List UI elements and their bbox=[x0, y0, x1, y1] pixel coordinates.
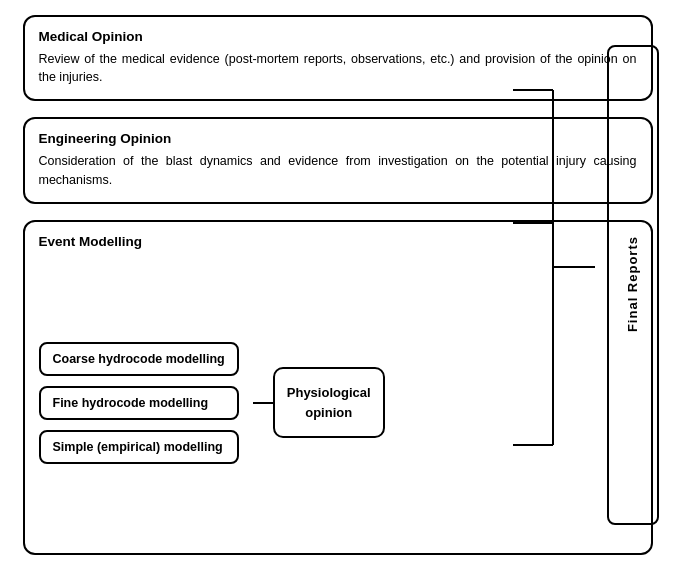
engineering-opinion-text: Consideration of the blast dynamics and … bbox=[39, 152, 637, 190]
sub-boxes: Coarse hydrocode modelling Fine hydrocod… bbox=[39, 342, 239, 464]
sub-box-fine: Fine hydrocode modelling bbox=[39, 386, 239, 420]
medical-opinion-title: Medical Opinion bbox=[39, 29, 637, 44]
medical-opinion-text: Review of the medical evidence (post-mor… bbox=[39, 50, 637, 88]
left-column: Medical Opinion Review of the medical ev… bbox=[23, 15, 663, 555]
diagram-container: Medical Opinion Review of the medical ev… bbox=[23, 15, 663, 555]
engineering-opinion-title: Engineering Opinion bbox=[39, 131, 637, 146]
medical-opinion-box: Medical Opinion Review of the medical ev… bbox=[23, 15, 653, 102]
event-modelling-box: Event Modelling Coarse hydrocode modelli… bbox=[23, 220, 653, 555]
event-modelling-title: Event Modelling bbox=[39, 234, 637, 249]
sub-box-simple: Simple (empirical) modelling bbox=[39, 430, 239, 464]
final-reports-area: Final Reports bbox=[603, 45, 663, 525]
event-inner: Coarse hydrocode modelling Fine hydrocod… bbox=[39, 265, 637, 541]
final-reports-label: Final Reports bbox=[625, 236, 640, 332]
engineering-opinion-box: Engineering Opinion Consideration of the… bbox=[23, 117, 653, 204]
physiological-opinion-box: Physiologicalopinion bbox=[273, 367, 385, 438]
final-reports-box: Final Reports bbox=[607, 45, 659, 525]
arrow-line bbox=[253, 402, 273, 404]
sub-box-coarse: Coarse hydrocode modelling bbox=[39, 342, 239, 376]
